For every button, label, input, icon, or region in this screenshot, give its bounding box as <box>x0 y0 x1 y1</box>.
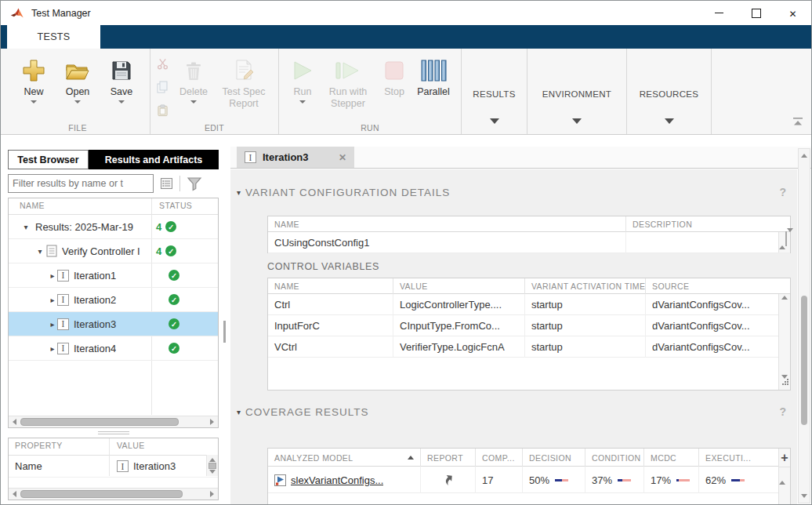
stop-button[interactable]: Stop <box>377 55 411 98</box>
status-column-header[interactable]: STATUS <box>159 201 192 210</box>
condition-header[interactable]: CONDITION <box>585 449 644 467</box>
main-vertical-scrollbar[interactable] <box>798 148 810 503</box>
coverage-row[interactable]: slexVariantConfigs... 17 50% 37% <box>268 467 790 493</box>
test-spec-report-button[interactable]: Test Spec Report <box>216 55 271 110</box>
open-button[interactable]: Open <box>56 55 99 104</box>
config-table-scrollbar[interactable] <box>778 232 790 252</box>
tab-iteration3[interactable]: Iteration3 <box>237 147 354 168</box>
scroll-down-icon[interactable] <box>801 494 807 498</box>
scrollbar-thumb[interactable] <box>20 490 183 498</box>
new-button[interactable]: New <box>13 55 55 104</box>
environment-gallery-button[interactable]: ENVIRONMENT <box>527 49 627 134</box>
chevron-down-icon[interactable] <box>237 188 241 197</box>
coverage-results-section-header[interactable]: COVERAGE RESULTS <box>237 405 786 419</box>
scroll-up-icon[interactable] <box>781 296 788 300</box>
scrollbar-thumb[interactable] <box>208 463 216 469</box>
save-dropdown-icon[interactable] <box>118 100 125 104</box>
chevron-down-icon[interactable] <box>237 408 241 416</box>
tab-test-browser[interactable]: Test Browser <box>8 150 89 169</box>
resources-gallery-button[interactable]: RESOURCES <box>627 49 712 134</box>
scrollbar-thumb[interactable] <box>20 418 179 426</box>
tree-horizontal-scrollbar[interactable] <box>9 416 218 427</box>
collapse-ribbon-button[interactable] <box>792 115 803 129</box>
scroll-left-icon[interactable] <box>13 419 16 425</box>
property-column-header[interactable]: PROPERTY <box>15 441 63 450</box>
chevron-right-icon[interactable] <box>48 344 57 353</box>
tab-tests[interactable]: TESTS <box>7 25 100 49</box>
add-column-button[interactable] <box>779 449 790 467</box>
filter-button[interactable] <box>187 176 202 191</box>
scroll-right-icon[interactable] <box>210 491 214 497</box>
tree-row-iteration3[interactable]: Iteration3 <box>9 312 218 336</box>
chevron-down-icon[interactable] <box>35 247 45 256</box>
scrollbar-thumb[interactable] <box>801 296 807 425</box>
scroll-up-icon[interactable] <box>801 154 807 158</box>
chevron-right-icon[interactable] <box>48 320 57 329</box>
tree-row-iteration2[interactable]: Iteration2 <box>9 288 218 312</box>
delete-dropdown-icon[interactable] <box>190 100 197 104</box>
config-description-header[interactable]: DESCRIPTION <box>626 216 779 232</box>
scroll-left-icon[interactable] <box>13 491 16 497</box>
chevron-right-icon[interactable] <box>48 271 57 280</box>
complexity-header[interactable]: COMP... <box>476 449 523 467</box>
variant-configuration-section-header[interactable]: VARIANT CONFIGURATION DETAILS <box>237 185 786 199</box>
results-detail-button[interactable] <box>160 177 173 190</box>
property-row-name[interactable]: Name Iteration3 <box>9 456 218 478</box>
config-name-header[interactable]: NAME <box>268 216 626 232</box>
analyzed-model-link[interactable]: slexVariantConfigs... <box>291 474 383 486</box>
tree-row-iteration1[interactable]: Iteration1 <box>9 263 218 288</box>
run-dropdown-icon[interactable] <box>299 100 306 104</box>
report-link-icon[interactable] <box>439 471 457 489</box>
execution-header[interactable]: EXECUTI... <box>699 449 779 467</box>
report-header[interactable]: REPORT <box>421 449 476 467</box>
cv-source-header[interactable]: SOURCE <box>646 278 779 294</box>
close-button[interactable] <box>774 1 811 25</box>
maximize-button[interactable] <box>738 1 774 25</box>
cv-activation-time-header[interactable]: VARIANT ACTIVATION TIME <box>525 278 646 294</box>
parallel-button[interactable]: Parallel <box>413 55 454 98</box>
cut-button[interactable] <box>157 56 169 71</box>
scroll-down-icon[interactable] <box>787 228 793 245</box>
tree-row-iteration4[interactable]: Iteration4 <box>9 336 218 361</box>
mcdc-header[interactable]: MCDC <box>644 449 699 467</box>
property-vertical-scrollbar[interactable] <box>206 455 218 476</box>
tab-results-and-artifacts[interactable]: Results and Artifacts <box>89 150 219 169</box>
config-row[interactable]: CUsingConstConfig1 <box>268 232 790 253</box>
run-with-stepper-button[interactable]: Run with Stepper <box>321 55 375 110</box>
control-variables-scrollbar[interactable] <box>778 294 790 390</box>
delete-button[interactable]: Delete <box>172 55 215 104</box>
scroll-up-icon[interactable] <box>779 467 785 485</box>
help-icon[interactable] <box>779 405 786 418</box>
minimize-button[interactable] <box>701 1 738 25</box>
chevron-right-icon[interactable] <box>48 296 57 304</box>
vertical-splitter[interactable] <box>223 321 226 343</box>
coverage-table-scrollbar[interactable] <box>778 449 790 504</box>
results-gallery-button[interactable]: RESULTS <box>462 49 527 134</box>
value-column-header[interactable]: VALUE <box>117 441 145 450</box>
new-dropdown-icon[interactable] <box>31 100 37 104</box>
property-horizontal-scrollbar[interactable] <box>9 488 218 500</box>
tree-row-test-file[interactable]: Verify Controller I 4 <box>9 239 218 263</box>
analyzed-model-header[interactable]: ANALYZED MODEL <box>268 449 421 467</box>
cv-row-inputforc[interactable]: InputForC CInputType.FromCo... startup d… <box>268 315 790 336</box>
help-icon[interactable] <box>779 186 786 198</box>
scroll-up-icon[interactable] <box>209 458 216 462</box>
run-button[interactable]: Run <box>286 55 319 104</box>
chevron-down-icon[interactable] <box>21 223 31 231</box>
resize-grip-icon[interactable] <box>781 375 789 389</box>
horizontal-splitter[interactable] <box>8 430 219 436</box>
close-tab-icon[interactable] <box>339 152 346 163</box>
decision-header[interactable]: DECISION <box>523 449 585 467</box>
copy-button[interactable] <box>157 80 169 94</box>
cv-row-ctrl[interactable]: Ctrl LogicControllerType.... startup dVa… <box>268 294 790 315</box>
scroll-right-icon[interactable] <box>210 419 214 425</box>
scroll-down-icon[interactable] <box>209 470 216 474</box>
cv-row-vctrl[interactable]: VCtrl VerifierType.LogicFcnA startup dVa… <box>268 336 790 358</box>
tree-row-results[interactable]: Results: 2025-Mar-19 4 <box>9 215 218 239</box>
open-dropdown-icon[interactable] <box>74 100 81 104</box>
cv-value-header[interactable]: VALUE <box>393 278 525 294</box>
name-column-header[interactable]: NAME <box>20 201 45 210</box>
cv-name-header[interactable]: NAME <box>268 278 393 294</box>
save-button[interactable]: Save <box>100 55 143 104</box>
scroll-up-icon[interactable] <box>779 232 785 249</box>
